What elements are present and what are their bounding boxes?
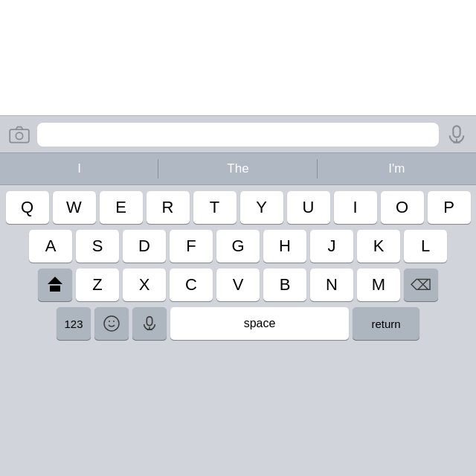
key-e[interactable]: E <box>100 191 143 224</box>
key-y[interactable]: Y <box>240 191 283 224</box>
key-m[interactable]: M <box>357 268 400 301</box>
key-t[interactable]: T <box>193 191 237 224</box>
svg-point-5 <box>104 316 119 331</box>
suggestion-i[interactable]: I <box>0 153 158 184</box>
camera-icon[interactable] <box>9 124 30 145</box>
keyboard-row-4: 123 space return <box>2 307 474 340</box>
keyboard-row-3: Z X C V B N M ⌫ <box>2 268 474 301</box>
key-c[interactable]: C <box>170 268 213 301</box>
key-g[interactable]: G <box>216 230 260 263</box>
key-h[interactable]: H <box>263 230 306 263</box>
key-q[interactable]: Q <box>6 191 49 224</box>
space-key[interactable]: space <box>170 307 349 340</box>
shift-key[interactable] <box>38 268 72 301</box>
key-x[interactable]: X <box>123 268 166 301</box>
microphone-icon[interactable] <box>446 124 467 145</box>
emoji-key[interactable] <box>94 307 129 340</box>
key-b[interactable]: B <box>263 268 306 301</box>
key-d[interactable]: D <box>123 230 166 263</box>
key-k[interactable]: K <box>357 230 400 263</box>
svg-rect-8 <box>147 317 152 326</box>
svg-rect-0 <box>10 129 29 143</box>
key-o[interactable]: O <box>381 191 424 224</box>
return-key[interactable]: return <box>353 307 419 340</box>
toolbar <box>0 115 476 152</box>
keyboard-row-2: A S D F G H J K L <box>2 230 474 263</box>
key-w[interactable]: W <box>53 191 96 224</box>
numbers-key[interactable]: 123 <box>57 307 91 340</box>
key-p[interactable]: P <box>428 191 471 224</box>
key-s[interactable]: S <box>76 230 119 263</box>
key-j[interactable]: J <box>310 230 353 263</box>
key-a[interactable]: A <box>29 230 72 263</box>
keyboard-row-1: Q W E R T Y U I O P <box>2 191 474 224</box>
top-area <box>0 0 476 115</box>
key-i[interactable]: I <box>334 191 377 224</box>
keyboard: Q W E R T Y U I O P A S D F G H J K L Z … <box>0 185 476 349</box>
delete-key[interactable]: ⌫ <box>404 268 438 301</box>
suggestion-the[interactable]: The <box>158 153 317 184</box>
key-v[interactable]: V <box>216 268 260 301</box>
key-r[interactable]: R <box>147 191 190 224</box>
svg-point-1 <box>16 132 22 139</box>
key-n[interactable]: N <box>310 268 353 301</box>
suggestions-bar: I The I'm <box>0 152 476 185</box>
key-f[interactable]: F <box>170 230 213 263</box>
search-input[interactable] <box>37 123 439 147</box>
dictation-key[interactable] <box>132 307 167 340</box>
key-l[interactable]: L <box>404 230 447 263</box>
suggestion-im[interactable]: I'm <box>318 153 476 184</box>
svg-rect-2 <box>453 126 460 137</box>
key-u[interactable]: U <box>287 191 330 224</box>
key-z[interactable]: Z <box>76 268 119 301</box>
